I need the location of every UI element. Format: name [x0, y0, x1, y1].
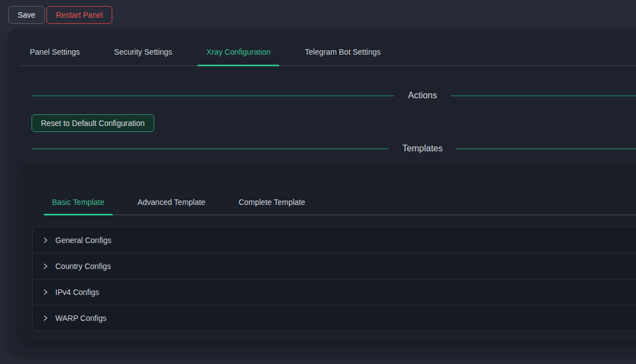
- accordion-label: IPv4 Configs: [55, 288, 99, 297]
- chevron-right-icon: [42, 315, 49, 321]
- chevron-right-icon: [42, 237, 49, 244]
- xray-configuration-pane: Actions Reset to Default Configuration T…: [32, 89, 636, 155]
- tab-basic-template[interactable]: Basic Template: [44, 163, 113, 214]
- accordion-country-configs[interactable]: Country Configs: [33, 253, 636, 279]
- tab-panel-settings[interactable]: Panel Settings: [21, 29, 88, 65]
- templates-divider-label: Templates: [389, 144, 457, 154]
- settings-card: Panel Settings Security Settings Xray Co…: [8, 29, 636, 352]
- chevron-right-icon: [42, 263, 49, 270]
- save-button[interactable]: Save: [8, 6, 45, 24]
- accordion-label: General Configs: [55, 236, 111, 245]
- divider-line: [451, 96, 636, 96]
- tab-telegram-bot-settings[interactable]: Telegram Bot Settings: [296, 29, 389, 65]
- chevron-right-icon: [42, 289, 49, 296]
- tab-advanced-template[interactable]: Advanced Template: [129, 163, 214, 214]
- restart-panel-button[interactable]: Restart Panel: [46, 6, 112, 24]
- tab-xray-configuration[interactable]: Xray Configuration: [197, 29, 279, 65]
- reset-default-configuration-button[interactable]: Reset to Default Configuration: [32, 114, 154, 132]
- top-toolbar: Save Restart Panel: [0, 0, 636, 29]
- divider-line: [32, 149, 389, 149]
- settings-tab-bar: Panel Settings Security Settings Xray Co…: [21, 29, 636, 66]
- accordion-label: WARP Configs: [55, 314, 107, 323]
- accordion-warp-configs[interactable]: WARP Configs: [33, 305, 636, 331]
- templates-divider: Templates: [32, 143, 636, 155]
- actions-divider-label: Actions: [394, 91, 451, 101]
- accordion-ipv4-configs[interactable]: IPv4 Configs: [33, 279, 636, 305]
- accordion-general-configs[interactable]: General Configs: [33, 227, 636, 253]
- templates-tab-bar: Basic Template Advanced Template Complet…: [44, 163, 636, 215]
- accordion-label: Country Configs: [55, 262, 111, 271]
- divider-line: [32, 96, 394, 96]
- configs-accordion: General Configs Country Configs IPv4 Con…: [32, 226, 636, 331]
- tab-security-settings[interactable]: Security Settings: [105, 29, 181, 65]
- divider-line: [456, 149, 636, 149]
- tab-complete-template[interactable]: Complete Template: [230, 163, 313, 214]
- actions-divider: Actions: [32, 89, 636, 102]
- templates-card: Basic Template Advanced Template Complet…: [21, 163, 636, 341]
